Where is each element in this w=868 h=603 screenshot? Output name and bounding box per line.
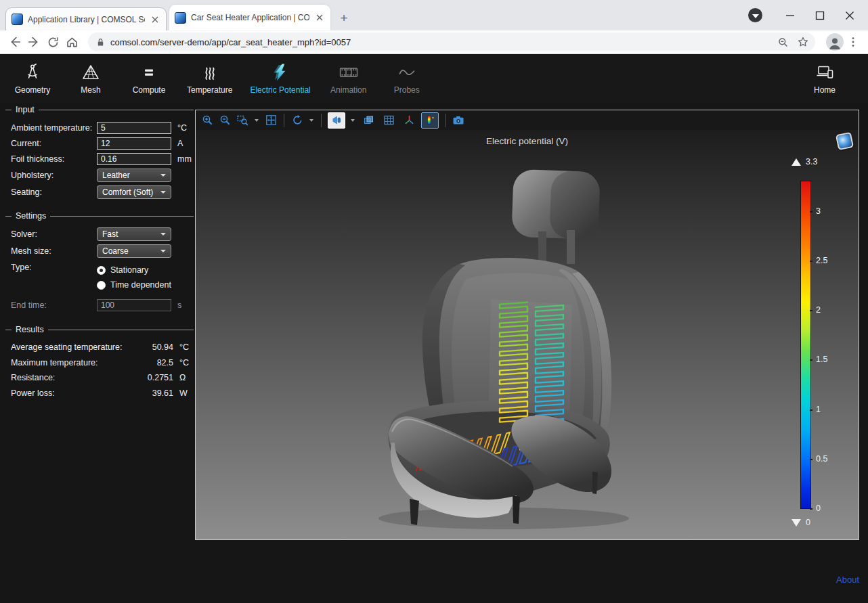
browser-window: Application Library | COMSOL Se Car Seat… <box>0 0 868 603</box>
colorbar-tick: 2 <box>816 305 821 315</box>
forward-icon[interactable] <box>24 32 43 51</box>
chevron-down-icon[interactable] <box>255 119 259 122</box>
field-label: Ambient temperature: <box>11 123 97 133</box>
reload-icon[interactable] <box>43 32 62 51</box>
mesh-size-select[interactable]: Coarse <box>97 244 171 258</box>
field-row: Upholstery: Leather <box>11 166 194 183</box>
minimize-button[interactable] <box>776 5 804 26</box>
film-strip-icon <box>339 63 359 82</box>
transparency-icon[interactable] <box>360 113 376 128</box>
zoom-extents-icon[interactable] <box>264 114 278 127</box>
radio-time-dependent[interactable]: Time dependent <box>97 277 171 292</box>
colorbar-max-marker: 3.3 <box>791 157 817 166</box>
axis-orientation-icon[interactable] <box>401 113 417 128</box>
chevron-down-icon[interactable] <box>351 119 355 122</box>
ribbon-button-temperature[interactable]: Temperature <box>183 60 236 97</box>
colorbar-tick: 3 <box>816 206 821 216</box>
browser-home-icon[interactable] <box>62 32 81 51</box>
radio-icon <box>97 281 106 290</box>
profile-avatar[interactable] <box>826 33 844 51</box>
upholstery-select[interactable]: Leather <box>97 169 171 182</box>
color-legend-icon[interactable] <box>421 112 439 129</box>
result-row: Resistance: 0.2751 Ω <box>11 370 194 386</box>
field-row: Ambient temperature: °C <box>11 120 194 135</box>
lock-icon <box>96 37 105 47</box>
ribbon-button-compute[interactable]: Compute <box>125 60 173 97</box>
result-unit: °C <box>173 358 194 367</box>
grid-icon[interactable] <box>381 113 397 128</box>
ribbon-button-mesh[interactable]: Mesh <box>66 60 115 97</box>
foil-thickness-input[interactable] <box>97 153 171 165</box>
result-value: 39.61 <box>135 388 173 398</box>
chevron-down-icon <box>160 233 166 236</box>
ambient-temperature-input[interactable] <box>97 122 171 134</box>
tab-car-seat-heater[interactable]: Car Seat Heater Application | CO <box>169 5 330 30</box>
maximize-button[interactable] <box>806 5 834 26</box>
result-unit: °C <box>173 342 194 352</box>
app-ribbon: Geometry Mesh Compute Temperature Electr… <box>0 54 868 103</box>
field-label: Type: <box>11 263 97 292</box>
solver-select[interactable]: Fast <box>97 227 171 241</box>
back-icon[interactable] <box>5 32 24 51</box>
section-title-settings: Settings <box>5 211 194 221</box>
section-title-results: Results <box>5 325 194 334</box>
close-window-button[interactable] <box>836 5 864 26</box>
lightning-bolt-icon <box>271 63 290 82</box>
tab-title: Application Library | COMSOL Se <box>28 15 145 24</box>
browser-menu-icon[interactable] <box>844 32 863 51</box>
field-unit: A <box>171 139 194 148</box>
seating-select[interactable]: Comfort (Soft) <box>97 185 171 199</box>
bookmark-star-icon[interactable] <box>794 32 812 51</box>
snapshot-camera-icon[interactable] <box>452 114 465 127</box>
field-unit: mm <box>171 154 194 164</box>
tab-close-icon[interactable] <box>150 14 160 25</box>
tab-close-icon[interactable] <box>314 12 325 23</box>
field-row: Foil thickness: mm <box>11 151 194 166</box>
field-unit: °C <box>171 123 194 133</box>
field-row: Current: A <box>11 135 194 151</box>
heat-waves-icon <box>200 63 219 82</box>
colorbar-tick: 0 <box>816 504 821 513</box>
plot-canvas[interactable]: Electric potential (V) 3 2.5 2 1.5 1 0.5… <box>196 130 859 539</box>
field-unit: s <box>171 300 194 310</box>
result-value: 50.94 <box>135 342 173 352</box>
triangle-up-icon <box>791 158 801 166</box>
field-label: End time: <box>11 300 97 310</box>
plot-title: Electric potential (V) <box>196 136 859 146</box>
result-unit: W <box>173 388 194 398</box>
zoom-box-icon[interactable] <box>236 114 249 127</box>
zoom-out-icon[interactable] <box>218 114 232 127</box>
tab-application-library[interactable]: Application Library | COMSOL Se <box>5 7 167 30</box>
ribbon-button-geometry[interactable]: Geometry <box>8 60 57 97</box>
field-label: Seating: <box>11 187 97 197</box>
browser-update-icon[interactable] <box>748 8 762 22</box>
scene-light-icon[interactable] <box>328 112 345 129</box>
comsol-logo-icon[interactable] <box>836 132 854 150</box>
new-tab-button[interactable]: + <box>334 9 353 28</box>
field-label: Mesh size: <box>11 246 97 256</box>
radio-stationary[interactable]: Stationary <box>97 263 171 277</box>
current-input[interactable] <box>97 137 171 150</box>
compass-icon <box>23 63 42 82</box>
url-text: comsol.com/server-demo/app/car_seat_heat… <box>110 37 351 47</box>
radio-icon <box>97 266 106 275</box>
ribbon-button-animation: Animation <box>324 60 373 97</box>
zoom-indicator-icon[interactable] <box>773 32 792 51</box>
zoom-in-icon[interactable] <box>200 114 214 127</box>
about-link[interactable]: About <box>836 575 859 585</box>
field-row: Mesh size: Coarse <box>11 242 194 259</box>
chevron-down-icon[interactable] <box>309 119 313 122</box>
result-value: 0.2751 <box>135 373 173 382</box>
toolbar-separator <box>321 114 322 127</box>
chevron-down-icon <box>160 250 166 252</box>
ribbon-button-electric-potential[interactable]: Electric Potential <box>246 60 314 97</box>
rotate-view-icon[interactable] <box>290 114 304 127</box>
address-bar: comsol.com/server-demo/app/car_seat_heat… <box>0 30 868 54</box>
chevron-down-icon <box>160 191 166 194</box>
field-label: Foil thickness: <box>11 154 97 164</box>
graphics-toolbar <box>196 110 859 130</box>
result-row: Power loss: 39.61 W <box>11 386 194 401</box>
ribbon-button-home[interactable]: Home <box>800 60 849 97</box>
colorbar-tick: 1 <box>816 405 821 414</box>
url-field[interactable]: comsol.com/server-demo/app/car_seat_heat… <box>88 32 815 51</box>
